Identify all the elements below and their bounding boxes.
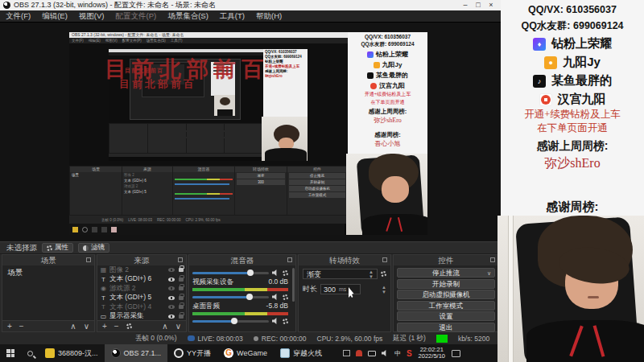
popout-icon[interactable] <box>86 257 91 262</box>
controls-dock: 控件 停止推流∨ 开始录制 启动虚拟摄像机 工作室模式 设置 退出 <box>393 254 499 332</box>
lock-icon[interactable] <box>179 315 184 319</box>
taskbar-app-obs[interactable]: OBS 27.1... <box>105 344 168 362</box>
visibility-eye-icon[interactable] <box>168 278 175 282</box>
popout-icon[interactable] <box>178 257 183 262</box>
scene-up-button[interactable]: ∧ <box>70 322 76 331</box>
taskbar-app-wegame[interactable]: GWeGame <box>217 344 274 362</box>
tray-screenshot-icon[interactable] <box>343 350 350 356</box>
add-source-button[interactable]: + <box>102 322 107 331</box>
obs-titlebar[interactable]: OBS 27.1.3 (32-bit, windows) - 配置文件: 未命名… <box>0 0 501 10</box>
stop-streaming-button[interactable]: 停止推流∨ <box>397 268 495 278</box>
menu-profile[interactable]: 配置文件(P) <box>109 11 162 22</box>
transitions-dock-header[interactable]: 转场特效 <box>299 255 390 265</box>
ime-indicator[interactable]: 中 <box>394 349 401 358</box>
properties-button[interactable]: 属性 <box>42 243 73 253</box>
chevron-down-icon[interactable]: ∨ <box>487 269 491 278</box>
lock-icon[interactable] <box>179 305 184 309</box>
start-virtual-camera-button[interactable]: 启动虚拟摄像机 <box>397 290 495 299</box>
menu-view[interactable]: 视图(V) <box>73 11 110 22</box>
source-row[interactable]: T文本 (GDI+) 6 <box>97 275 186 285</box>
source-row[interactable]: T文本 (GDI+) 4 <box>97 302 186 312</box>
visibility-eye-icon[interactable] <box>168 286 175 290</box>
diamond-badge-icon: ♦ <box>533 38 546 51</box>
controls-dock-header[interactable]: 控件 <box>394 255 498 265</box>
gear-icon[interactable] <box>283 270 288 276</box>
menu-edit[interactable]: 编辑(E) <box>36 11 73 22</box>
volume-slider-row[interactable] <box>192 318 288 324</box>
menu-file[interactable]: 文件(F) <box>0 11 36 22</box>
source-down-button[interactable]: ∨ <box>175 322 181 331</box>
mixer-dock-header[interactable]: 混音器 <box>189 255 295 265</box>
popout-icon[interactable] <box>490 257 495 262</box>
taskbar-app-crossfire[interactable]: 穿越火线 <box>274 344 328 362</box>
start-recording-button[interactable]: 开始录制 <box>397 279 495 289</box>
popout-icon[interactable] <box>287 257 292 262</box>
settings-button[interactable]: 设置 <box>397 311 495 321</box>
source-row[interactable]: ▦图像 2 <box>97 265 186 275</box>
scene-capture: OBS 27.1.3 (32-bit, windows) - 配置文件: 未命名… <box>69 32 427 235</box>
lock-icon[interactable] <box>179 286 184 290</box>
webcam-window[interactable] <box>497 216 644 362</box>
taskbar-clock[interactable]: 22:02:21 2022/5/10 <box>419 347 445 360</box>
filters-button[interactable]: 滤镜 <box>78 243 109 253</box>
menu-scene-collection[interactable]: 场景集合(S) <box>162 11 214 22</box>
source-settings-icon[interactable] <box>126 323 132 329</box>
spinner-arrows-icon[interactable]: ▲▼ <box>369 269 374 278</box>
statusbar: 丢帧 0 (0.0%) LIVE: 08:00:03 REC: 00:00:00… <box>0 332 501 344</box>
source-row[interactable]: T文本 (GDI+) 5 <box>97 294 186 303</box>
scenes-dock-header[interactable]: 场景 <box>2 255 94 265</box>
tray-s-app-icon[interactable]: S <box>407 349 412 358</box>
taskbar-app-yy[interactable]: YY开播 <box>167 344 217 362</box>
qq-contact: QQ/VX: 610356037 <box>501 4 644 15</box>
scene-list-item[interactable]: 场景 <box>2 265 94 281</box>
tray-contact-icon[interactable] <box>356 350 362 356</box>
search-button[interactable] <box>21 351 39 356</box>
mixer-scrollbar[interactable] <box>292 268 295 302</box>
visibility-eye-icon[interactable] <box>168 268 175 272</box>
add-scene-button[interactable]: + <box>7 322 12 331</box>
gear-icon[interactable] <box>283 319 288 324</box>
visibility-eye-icon[interactable] <box>168 305 175 309</box>
volume-slider-row[interactable] <box>192 294 288 300</box>
lock-icon[interactable] <box>179 278 184 282</box>
remove-source-button[interactable]: − <box>114 322 119 331</box>
speaker-icon[interactable] <box>272 318 279 324</box>
channel-db: 0.0 dB <box>268 278 288 287</box>
tray-display-icon[interactable] <box>368 351 376 356</box>
speaker-icon[interactable] <box>272 294 279 300</box>
duration-input[interactable]: 300ms <box>320 284 361 294</box>
start-button[interactable] <box>0 344 21 362</box>
sources-dock-header[interactable]: 来源 <box>97 255 186 265</box>
menu-help[interactable]: 帮助(H) <box>250 11 287 22</box>
spinner-arrows-icon[interactable]: ▲▼ <box>382 285 386 294</box>
exit-button[interactable]: 退出 <box>397 323 495 332</box>
volume-slider-row[interactable] <box>192 269 288 276</box>
rec-indicator-icon <box>254 336 258 341</box>
gear-icon[interactable] <box>283 294 288 300</box>
maximize-button[interactable]: □ <box>472 0 485 10</box>
lock-icon[interactable] <box>179 268 184 272</box>
remove-scene-button[interactable]: − <box>19 322 24 331</box>
source-row[interactable]: ◉游戏源 2 <box>97 284 186 294</box>
menu-tools[interactable]: 工具(T) <box>214 11 250 22</box>
source-up-button[interactable]: ∧ <box>162 322 167 331</box>
taskbar-app-game-launcher[interactable]: 368809-汉... <box>39 344 105 362</box>
tray-volume-icon[interactable] <box>382 350 389 356</box>
notification-center-icon[interactable] <box>452 350 460 357</box>
visibility-eye-icon[interactable] <box>168 315 175 319</box>
transitions-dock: 转场特效 渐变▲▼ 时长 300ms ▲▼ <box>298 254 391 332</box>
popout-icon[interactable] <box>382 257 387 262</box>
transition-settings-icon[interactable] <box>381 271 386 277</box>
minimize-button[interactable]: – <box>459 0 472 10</box>
lock-icon[interactable] <box>179 296 184 300</box>
preview-canvas[interactable]: OBS 27.1.3 (32-bit, windows) - 配置文件: 未命名… <box>0 22 501 241</box>
transition-select[interactable]: 渐变▲▼ <box>303 269 378 279</box>
speaker-icon[interactable] <box>272 269 279 276</box>
mixer-dock: 混音器 视频采集设备0.0 dB 桌面音频-5.8 dB <box>188 254 296 332</box>
studio-mode-button[interactable]: 工作室模式 <box>397 301 495 311</box>
scene-down-button[interactable]: ∨ <box>84 322 89 331</box>
visibility-eye-icon[interactable] <box>168 296 175 300</box>
streamer-mouth <box>588 296 599 298</box>
search-icon <box>27 351 33 356</box>
close-button[interactable]: × <box>485 0 497 10</box>
